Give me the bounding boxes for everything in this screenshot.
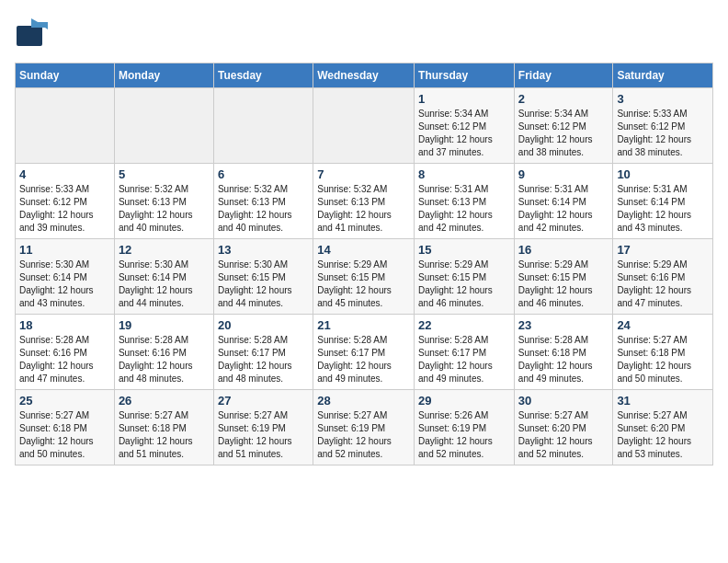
calendar-cell: 10Sunrise: 5:31 AMSunset: 6:14 PMDayligh… (613, 164, 713, 239)
day-info: Sunrise: 5:29 AMSunset: 6:15 PMDaylight:… (518, 259, 609, 310)
day-number: 24 (617, 318, 709, 332)
calendar-cell: 25Sunrise: 5:27 AMSunset: 6:18 PMDayligh… (16, 390, 115, 465)
day-info: Sunrise: 5:27 AMSunset: 6:20 PMDaylight:… (518, 409, 609, 461)
calendar-cell: 26Sunrise: 5:27 AMSunset: 6:18 PMDayligh… (114, 390, 213, 465)
calendar-cell (16, 88, 115, 164)
day-info: Sunrise: 5:31 AMSunset: 6:14 PMDaylight:… (617, 183, 709, 235)
day-number: 2 (518, 92, 609, 106)
calendar-cell: 29Sunrise: 5:26 AMSunset: 6:19 PMDayligh… (415, 390, 515, 465)
day-number: 16 (518, 243, 609, 257)
calendar-cell: 4Sunrise: 5:33 AMSunset: 6:12 PMDaylight… (16, 164, 115, 239)
calendar-cell: 22Sunrise: 5:28 AMSunset: 6:17 PMDayligh… (415, 315, 515, 390)
day-number: 11 (19, 243, 110, 257)
day-number: 12 (119, 243, 210, 257)
day-number: 7 (317, 167, 410, 181)
day-number: 20 (218, 318, 309, 332)
calendar-cell: 8Sunrise: 5:31 AMSunset: 6:13 PMDaylight… (415, 164, 515, 239)
day-info: Sunrise: 5:32 AMSunset: 6:13 PMDaylight:… (119, 183, 210, 235)
day-number: 29 (418, 394, 510, 408)
weekday-header: Friday (514, 63, 613, 88)
day-number: 6 (218, 167, 309, 181)
day-info: Sunrise: 5:32 AMSunset: 6:13 PMDaylight:… (218, 183, 309, 235)
page-header (15, 15, 713, 53)
day-info: Sunrise: 5:30 AMSunset: 6:15 PMDaylight:… (218, 259, 309, 310)
calendar-cell: 1Sunrise: 5:34 AMSunset: 6:12 PMDaylight… (415, 88, 515, 164)
calendar-cell: 9Sunrise: 5:31 AMSunset: 6:14 PMDaylight… (514, 164, 613, 239)
weekday-header: Tuesday (213, 63, 313, 88)
calendar-cell: 19Sunrise: 5:28 AMSunset: 6:16 PMDayligh… (114, 315, 213, 390)
calendar-week-row: 11Sunrise: 5:30 AMSunset: 6:14 PMDayligh… (16, 239, 713, 315)
calendar-cell: 3Sunrise: 5:33 AMSunset: 6:12 PMDaylight… (613, 88, 713, 164)
calendar-cell: 14Sunrise: 5:29 AMSunset: 6:15 PMDayligh… (313, 239, 415, 315)
calendar-header: SundayMondayTuesdayWednesdayThursdayFrid… (16, 63, 713, 88)
day-number: 10 (617, 167, 709, 181)
calendar-cell: 16Sunrise: 5:29 AMSunset: 6:15 PMDayligh… (514, 239, 613, 315)
day-number: 25 (19, 394, 110, 408)
day-info: Sunrise: 5:28 AMSunset: 6:16 PMDaylight:… (119, 334, 210, 385)
day-info: Sunrise: 5:27 AMSunset: 6:20 PMDaylight:… (617, 409, 709, 461)
calendar-cell: 15Sunrise: 5:29 AMSunset: 6:15 PMDayligh… (415, 239, 515, 315)
day-number: 31 (617, 394, 709, 408)
day-number: 22 (418, 318, 510, 332)
calendar-week-row: 18Sunrise: 5:28 AMSunset: 6:16 PMDayligh… (16, 315, 713, 390)
weekday-header: Wednesday (313, 63, 415, 88)
calendar-cell: 20Sunrise: 5:28 AMSunset: 6:17 PMDayligh… (213, 315, 313, 390)
logo (15, 15, 53, 53)
day-info: Sunrise: 5:27 AMSunset: 6:19 PMDaylight:… (317, 409, 410, 461)
calendar-cell: 28Sunrise: 5:27 AMSunset: 6:19 PMDayligh… (313, 390, 415, 465)
day-number: 27 (218, 394, 309, 408)
logo-icon (15, 15, 50, 50)
weekday-header: Sunday (16, 63, 115, 88)
calendar-week-row: 4Sunrise: 5:33 AMSunset: 6:12 PMDaylight… (16, 164, 713, 239)
day-number: 4 (19, 167, 110, 181)
day-info: Sunrise: 5:33 AMSunset: 6:12 PMDaylight:… (19, 183, 110, 235)
calendar-cell: 13Sunrise: 5:30 AMSunset: 6:15 PMDayligh… (213, 239, 313, 315)
calendar-cell (114, 88, 213, 164)
day-number: 26 (119, 394, 210, 408)
day-info: Sunrise: 5:27 AMSunset: 6:18 PMDaylight:… (119, 409, 210, 461)
day-info: Sunrise: 5:31 AMSunset: 6:13 PMDaylight:… (418, 183, 510, 235)
day-info: Sunrise: 5:34 AMSunset: 6:12 PMDaylight:… (418, 108, 510, 159)
calendar-cell: 17Sunrise: 5:29 AMSunset: 6:16 PMDayligh… (613, 239, 713, 315)
calendar-cell (213, 88, 313, 164)
day-number: 18 (19, 318, 110, 332)
day-number: 14 (317, 243, 410, 257)
day-info: Sunrise: 5:28 AMSunset: 6:16 PMDaylight:… (19, 334, 110, 385)
calendar-cell (313, 88, 415, 164)
calendar-cell: 23Sunrise: 5:28 AMSunset: 6:18 PMDayligh… (514, 315, 613, 390)
day-number: 17 (617, 243, 709, 257)
day-info: Sunrise: 5:29 AMSunset: 6:15 PMDaylight:… (418, 259, 510, 310)
calendar-cell: 27Sunrise: 5:27 AMSunset: 6:19 PMDayligh… (213, 390, 313, 465)
calendar-week-row: 25Sunrise: 5:27 AMSunset: 6:18 PMDayligh… (16, 390, 713, 465)
day-number: 30 (518, 394, 609, 408)
day-info: Sunrise: 5:28 AMSunset: 6:18 PMDaylight:… (518, 334, 609, 385)
calendar-cell: 12Sunrise: 5:30 AMSunset: 6:14 PMDayligh… (114, 239, 213, 315)
day-number: 3 (617, 92, 709, 106)
calendar-cell: 30Sunrise: 5:27 AMSunset: 6:20 PMDayligh… (514, 390, 613, 465)
calendar-cell: 18Sunrise: 5:28 AMSunset: 6:16 PMDayligh… (16, 315, 115, 390)
day-number: 13 (218, 243, 309, 257)
calendar-week-row: 1Sunrise: 5:34 AMSunset: 6:12 PMDaylight… (16, 88, 713, 164)
day-info: Sunrise: 5:31 AMSunset: 6:14 PMDaylight:… (518, 183, 609, 235)
day-info: Sunrise: 5:29 AMSunset: 6:16 PMDaylight:… (617, 259, 709, 310)
day-number: 23 (518, 318, 609, 332)
day-info: Sunrise: 5:28 AMSunset: 6:17 PMDaylight:… (317, 334, 410, 385)
day-number: 28 (317, 394, 410, 408)
calendar-cell: 6Sunrise: 5:32 AMSunset: 6:13 PMDaylight… (213, 164, 313, 239)
calendar-table: SundayMondayTuesdayWednesdayThursdayFrid… (15, 63, 713, 465)
day-info: Sunrise: 5:28 AMSunset: 6:17 PMDaylight:… (218, 334, 309, 385)
day-info: Sunrise: 5:29 AMSunset: 6:15 PMDaylight:… (317, 259, 410, 310)
calendar-cell: 21Sunrise: 5:28 AMSunset: 6:17 PMDayligh… (313, 315, 415, 390)
day-number: 1 (418, 92, 510, 106)
calendar-cell: 5Sunrise: 5:32 AMSunset: 6:13 PMDaylight… (114, 164, 213, 239)
day-number: 9 (518, 167, 609, 181)
weekday-row: SundayMondayTuesdayWednesdayThursdayFrid… (16, 63, 713, 88)
weekday-header: Thursday (415, 63, 515, 88)
day-number: 21 (317, 318, 410, 332)
day-number: 5 (119, 167, 210, 181)
day-info: Sunrise: 5:28 AMSunset: 6:17 PMDaylight:… (418, 334, 510, 385)
day-number: 19 (119, 318, 210, 332)
calendar-body: 1Sunrise: 5:34 AMSunset: 6:12 PMDaylight… (16, 88, 713, 465)
day-info: Sunrise: 5:26 AMSunset: 6:19 PMDaylight:… (418, 409, 510, 461)
calendar-cell: 24Sunrise: 5:27 AMSunset: 6:18 PMDayligh… (613, 315, 713, 390)
